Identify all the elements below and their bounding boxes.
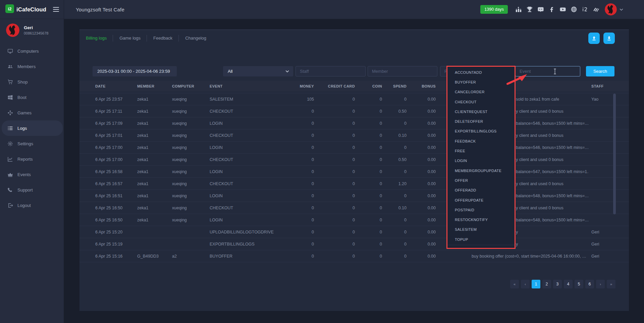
cell-money: 0 [290,181,314,186]
page-nav-button[interactable]: » [607,280,615,288]
date-range-input[interactable]: 2025-03-31 00:00 - 2025-04-06 23:59 [93,66,177,76]
table-row[interactable]: 6 Apr 25 17:11 zeka1 xueqing CHECKOUT 0 … [79,105,629,117]
chevron-down-icon[interactable] [620,8,623,11]
event-option-clientrequest[interactable]: CLIENTREQUEST [447,107,515,116]
layers-icon[interactable] [593,6,599,13]
cell-credit-card: 0 [314,157,355,162]
table-row[interactable]: 6 Apr 25 15:16 G_B49DD3 a2 BUYOFFER 0 0 … [79,250,629,262]
sidebar-item-members[interactable]: Members [0,59,64,74]
event-option-login[interactable]: LOGIN [447,156,515,166]
cell-coin: 0 [355,157,382,162]
staff-input[interactable] [296,66,366,76]
event-option-feedback[interactable]: FEEDBACK [447,136,515,146]
event-option-buyoffer[interactable]: BUYOFFER [447,77,515,87]
table-row[interactable]: 6 Apr 25 16:50 zeka1 xueqing LOGIN 0 0 0… [79,214,629,226]
trophy-icon[interactable] [526,6,533,13]
sidebar-item-settings[interactable]: Settings [0,136,64,151]
sidebar-item-logout[interactable]: Logout [0,198,64,213]
table-row[interactable]: 6 Apr 25 15:19 EXPORTBILLINGLOGS 0 0 0 0… [79,238,629,250]
sidebar-item-label: Support [17,187,33,193]
event-option-deleteoffer[interactable]: DELETEOFFER [447,116,515,126]
page-button-3[interactable]: 3 [553,280,562,288]
event-option-offerupdate[interactable]: OFFERUPDATE [447,195,515,205]
sidebar-item-shop[interactable]: Shop [0,74,64,90]
discord-icon[interactable] [537,6,544,13]
event-option-cancelorder[interactable]: CANCELORDER [447,87,515,97]
tab-game-logs[interactable]: Game logs [113,33,147,43]
cell-staff: Geri [588,242,629,247]
subscription-days-badge[interactable]: 1390 days [480,5,508,14]
table-row[interactable]: 6 Apr 25 17:01 zeka1 xueqing CHECKOUT 0 … [79,129,629,142]
icafecloud-logo[interactable]: i2 iCafeCloud [5,4,46,14]
event-option-salesitem[interactable]: SALESITEM [447,225,515,234]
search-button[interactable]: Search [586,66,614,76]
tab-changelog[interactable]: Changelog [179,33,213,43]
cell-coin: 0 [355,254,382,259]
sidebar-item-computers[interactable]: Computers [0,43,64,59]
sidebar-item-support[interactable]: Support [0,182,64,198]
event-option-postpaid[interactable]: POSTPAID [447,205,515,215]
table-row[interactable]: 6 Apr 25 17:00 zeka1 xueqing LOGIN 0 0 0… [79,142,629,154]
cell-note: buy booking offer (cost=0, start time=20… [436,254,588,259]
page-button-2[interactable]: 2 [542,280,551,288]
tab-billing-logs[interactable]: Billing logs [79,33,113,43]
event-option-accountadd[interactable]: ACCOUNTADD [447,67,515,77]
youtube-icon[interactable] [559,6,566,13]
table-row[interactable]: 6 Apr 25 16:58 zeka1 xueqing LOGIN 0 0 0… [79,166,629,178]
cell-event: LOGIN [210,121,290,126]
type-select[interactable]: All [223,66,293,76]
page-button-6[interactable]: 6 [585,280,594,288]
table-row[interactable]: 6 Apr 25 16:50 zeka1 xueqing CHECKOUT 0 … [79,202,629,214]
event-option-exportbillinglogs[interactable]: EXPORTBILLINGLOGS [447,126,515,136]
page-button-5[interactable]: 5 [575,280,583,288]
cell-bonus: 0.00 [407,157,436,162]
table-row[interactable]: 6 Apr 25 16:57 zeka1 xueqing CHECKOUT 0 … [79,178,629,190]
event-option-offer[interactable]: OFFER [447,175,515,185]
table-scrollbar[interactable] [613,94,616,214]
computers-icon [7,48,13,54]
icafe-icon[interactable] [582,6,588,13]
facebook-icon[interactable] [548,6,555,13]
cell-coin: 0 [355,97,382,102]
page-nav-button[interactable]: « [510,280,519,288]
sidebar-item-reports[interactable]: Reports [0,151,64,167]
sidebar-item-games[interactable]: Games [0,105,64,120]
menu-toggle-icon[interactable] [53,6,59,13]
event-option-free[interactable]: FREE [447,146,515,156]
tab-feedback[interactable]: Feedback [147,33,179,43]
table-row[interactable]: 6 Apr 25 17:09 zeka1 xueqing LOGIN 0 0 0… [79,117,629,129]
page-nav-button[interactable]: ‹ [521,280,530,288]
cell-money: 0 [290,206,314,210]
table-row[interactable]: 6 Apr 25 16:51 zeka1 xueqing LOGIN 0 0 0… [79,190,629,202]
sidebar-item-events[interactable]: Events [0,167,64,182]
page-button-1[interactable]: 1 [532,280,540,288]
cell-event: LOGIN [210,169,290,174]
sidebar-item-logs[interactable]: Logs [2,120,63,136]
cell-member: zeka1 [137,218,172,222]
table-row[interactable]: 6 Apr 25 17:00 zeka1 xueqing CHECKOUT 0 … [79,154,629,166]
download-button[interactable] [603,33,615,44]
cell-spend: 0 [382,121,407,126]
globe-icon[interactable] [571,6,577,13]
cell-computer: xueqing [172,109,210,114]
user-avatar[interactable] [6,23,19,37]
cell-coin: 0 [355,109,382,114]
account-avatar[interactable] [605,3,617,15]
upload-button[interactable] [588,33,600,44]
event-option-topup[interactable]: TOPUP [447,234,515,244]
sidebar-item-boot[interactable]: Boot [0,90,64,105]
event-option-checkout[interactable]: CHECKOUT [447,97,515,107]
page-nav-button[interactable]: › [596,280,605,288]
column-header-credit-card: CREDIT CARD [314,84,355,88]
ranking-icon[interactable] [515,6,522,13]
event-input[interactable] [515,66,580,76]
cell-money: 0 [290,109,314,114]
event-option-membergroupupdate[interactable]: MEMBERGROUPUPDATE [447,166,515,175]
table-row[interactable]: 6 Apr 25 23:57 zeka1 xueqing SALESITEM 1… [79,93,629,105]
member-input[interactable] [368,66,437,76]
page-button-4[interactable]: 4 [564,280,573,288]
event-option-offeradd[interactable]: OFFERADD [447,185,515,195]
event-option-restocknotify[interactable]: RESTOCKNOTIFY [447,215,515,224]
table-row[interactable]: 6 Apr 25 15:20 UPLOADBILLINGLOGTOGDRIVE … [79,226,629,238]
cell-event: LOGIN [210,145,290,150]
